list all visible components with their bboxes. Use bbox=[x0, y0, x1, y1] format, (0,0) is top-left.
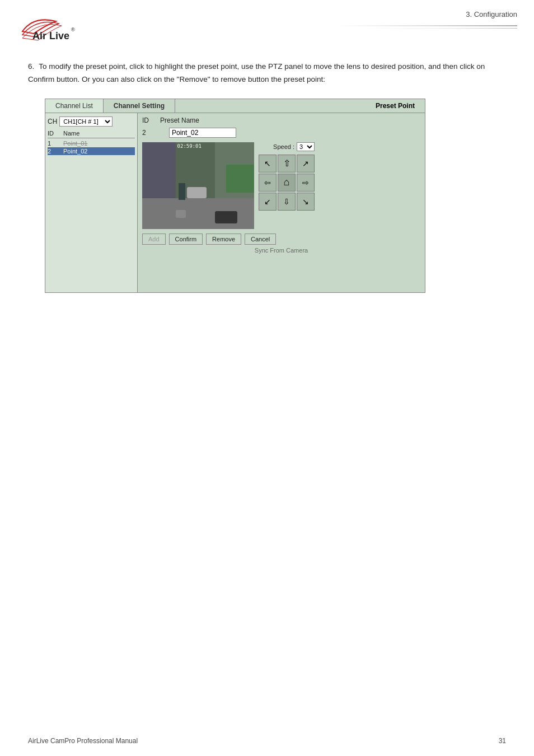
add-button[interactable]: Add bbox=[142, 234, 166, 245]
ptz-w-button[interactable]: ⇦ bbox=[259, 174, 277, 192]
channel-list-panel: CH CH1[CH # 1] ID Name 1 Point_01 2 bbox=[45, 113, 138, 292]
col-id-header: ID bbox=[48, 130, 63, 137]
list-item-id-2: 2 bbox=[48, 148, 63, 155]
cam-car2 bbox=[215, 211, 237, 223]
cam-car bbox=[187, 187, 207, 198]
cancel-button[interactable]: Cancel bbox=[245, 234, 276, 245]
footer-page: 31 bbox=[499, 737, 506, 745]
channel-row: CH CH1[CH # 1] bbox=[48, 116, 135, 127]
list-item-name-2: Point_02 bbox=[63, 148, 135, 155]
header-line bbox=[338, 25, 517, 26]
preset-val-row: 2 bbox=[142, 128, 420, 138]
cam-road bbox=[142, 198, 254, 229]
camera-view: 2011-09-26 02:59:01 bbox=[142, 142, 254, 229]
preset-name-label: Preset Name bbox=[160, 116, 199, 124]
tab-channel-setting[interactable]: Channel Setting bbox=[104, 99, 175, 113]
list-item-selected[interactable]: 2 Point_02 bbox=[48, 147, 135, 155]
header-line2 bbox=[360, 28, 517, 29]
preset-panel: ID Preset Name 2 2011-09-26 02:59:01 bbox=[138, 113, 425, 292]
sync-row: Sync From Camera bbox=[142, 247, 420, 254]
page-footer: AirLive CamPro Professional Manual 31 bbox=[28, 737, 506, 745]
ptz-grid: ↖ ⇧ ↗ ⇦ ⌂ ⇨ ↙ ⇩ ↘ bbox=[259, 155, 315, 211]
instruction-text: 6.To modify the preset point, click to h… bbox=[28, 60, 506, 86]
ptz-e-button[interactable]: ⇨ bbox=[297, 174, 315, 192]
ptz-s-button[interactable]: ⇩ bbox=[278, 193, 296, 211]
action-row: Add Confirm Remove Cancel bbox=[142, 234, 420, 245]
ptz-se-button[interactable]: ↘ bbox=[297, 193, 315, 211]
preset-name-input[interactable] bbox=[169, 128, 236, 138]
ptz-area: Speed : 3 1 2 4 5 ↖ ⇧ bbox=[259, 142, 315, 211]
ptz-nw-button[interactable]: ↖ bbox=[259, 155, 277, 172]
speed-row: Speed : 3 1 2 4 5 bbox=[259, 142, 315, 151]
preset-id-label: ID bbox=[142, 116, 149, 124]
header-right: 3. Configuration bbox=[338, 10, 517, 29]
ptz-center-button[interactable]: ⌂ bbox=[278, 174, 296, 192]
cam-building-left bbox=[142, 142, 176, 198]
list-item[interactable]: 1 Point_01 bbox=[48, 139, 135, 147]
cam-greenery bbox=[226, 165, 254, 193]
tab-preset-point[interactable]: Preset Point bbox=[366, 99, 425, 113]
tab-spacer bbox=[175, 99, 366, 113]
svg-text:®: ® bbox=[71, 27, 75, 32]
list-header: ID Name bbox=[48, 130, 135, 138]
airlive-logo: Air Live ® bbox=[17, 10, 90, 44]
speed-label: Speed : bbox=[273, 143, 294, 150]
remove-button[interactable]: Remove bbox=[206, 234, 241, 245]
preset-id-val: 2 bbox=[142, 129, 158, 137]
camera-controls: 2011-09-26 02:59:01 Sp bbox=[142, 142, 420, 229]
cam-tree bbox=[179, 183, 185, 200]
ptz-ne-button[interactable]: ↗ bbox=[297, 155, 315, 172]
col-name-header: Name bbox=[63, 130, 135, 137]
ch-label: CH bbox=[48, 118, 57, 125]
footer-manual: AirLive CamPro Professional Manual bbox=[28, 737, 138, 745]
tab-channel-list[interactable]: Channel List bbox=[45, 99, 104, 113]
list-item-id: 1 bbox=[48, 140, 63, 147]
list-item-name: Point_01 bbox=[63, 140, 135, 147]
ui-panel: Channel List Channel Setting Preset Poin… bbox=[45, 99, 425, 293]
channel-select[interactable]: CH1[CH # 1] bbox=[59, 116, 113, 127]
panel-body: CH CH1[CH # 1] ID Name 1 Point_01 2 bbox=[45, 113, 425, 292]
preset-id-row: ID Preset Name bbox=[142, 116, 420, 124]
speed-select[interactable]: 3 1 2 4 5 bbox=[297, 142, 315, 151]
ptz-n-button[interactable]: ⇧ bbox=[278, 155, 296, 172]
ptz-sw-button[interactable]: ↙ bbox=[259, 193, 277, 211]
sync-label: Sync From Camera bbox=[255, 247, 308, 254]
svg-text:Air Live: Air Live bbox=[32, 30, 69, 41]
tab-bar: Channel List Channel Setting Preset Poin… bbox=[45, 99, 425, 113]
cam-scooter bbox=[176, 210, 186, 218]
chapter-label: 3. Configuration bbox=[466, 10, 517, 18]
confirm-button[interactable]: Confirm bbox=[169, 234, 203, 245]
logo: Air Live ® bbox=[17, 10, 90, 44]
